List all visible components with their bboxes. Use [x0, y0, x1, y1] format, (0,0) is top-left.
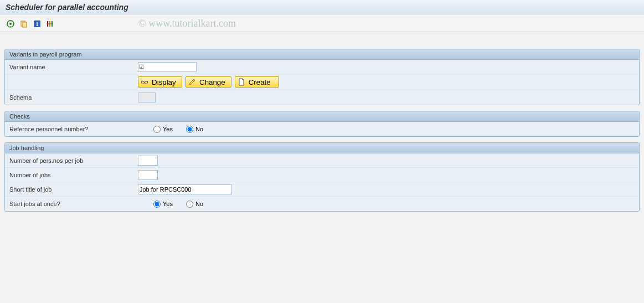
ref-personnel-yes-input[interactable]	[153, 126, 161, 133]
ref-personnel-no-label: No	[195, 126, 203, 132]
info-icon[interactable]: i	[32, 19, 42, 29]
row-variant-name: Variant name ☑	[5, 60, 639, 74]
get-variant-icon[interactable]	[19, 19, 29, 29]
svg-rect-7	[23, 22, 27, 27]
start-jobs-radio-group: Yes No	[153, 201, 203, 208]
panel-job-body: Number of pers.nos per job Number of job…	[5, 153, 639, 211]
num-jobs-input[interactable]	[138, 170, 158, 180]
change-button[interactable]: Change	[186, 76, 231, 88]
svg-point-15	[145, 81, 148, 84]
create-button[interactable]: Create	[235, 76, 279, 88]
row-start-jobs: Start jobs at once? Yes No	[5, 197, 639, 211]
num-pers-input[interactable]	[138, 156, 158, 166]
start-jobs-yes-label: Yes	[163, 201, 173, 207]
start-jobs-yes[interactable]: Yes	[153, 201, 173, 208]
panel-checks: Checks Refernce personnel number? Yes No	[4, 111, 640, 137]
panel-job-header: Job handling	[5, 143, 639, 153]
variant-button-row: Display Change Create	[5, 74, 639, 90]
schema-label: Schema	[9, 94, 138, 101]
num-jobs-label: Number of jobs	[9, 172, 138, 178]
variant-name-label: Variant name	[9, 64, 138, 70]
num-pers-label: Number of pers.nos per job	[9, 157, 138, 164]
row-short-title: Short title of job	[5, 182, 639, 197]
svg-point-14	[142, 81, 145, 84]
page-icon	[238, 78, 245, 86]
content-area: Variants in payroll program Variant name…	[0, 32, 644, 222]
start-jobs-yes-input[interactable]	[153, 201, 161, 208]
variant-attributes-icon[interactable]	[45, 19, 55, 29]
display-button[interactable]: Display	[138, 76, 182, 88]
ref-personnel-no[interactable]: No	[186, 126, 203, 133]
watermark: © www.tutorialkart.com	[138, 18, 236, 29]
panel-checks-header: Checks	[5, 111, 639, 122]
svg-point-1	[9, 23, 12, 25]
short-title-input[interactable]	[138, 184, 232, 194]
start-jobs-no-input[interactable]	[186, 201, 193, 208]
row-ref-personnel: Refernce personnel number? Yes No	[5, 122, 639, 136]
display-button-label: Display	[152, 78, 176, 86]
row-num-jobs: Number of jobs	[5, 168, 639, 182]
row-schema: Schema	[5, 90, 639, 105]
create-button-label: Create	[249, 78, 271, 86]
panel-variants: Variants in payroll program Variant name…	[4, 49, 640, 105]
svg-line-18	[147, 81, 148, 82]
panel-variants-header: Variants in payroll program	[5, 49, 639, 60]
panel-variants-body: Variant name ☑ Display	[5, 60, 639, 105]
start-jobs-no-label: No	[195, 201, 203, 207]
ref-personnel-label: Refernce personnel number?	[9, 126, 138, 132]
pencil-icon	[188, 78, 196, 86]
short-title-label: Short title of job	[9, 186, 138, 193]
page-title: Scheduler for parallel accounting	[6, 3, 128, 12]
row-num-pers: Number of pers.nos per job	[5, 153, 639, 168]
panel-checks-body: Refernce personnel number? Yes No	[5, 122, 639, 136]
title-bar: Scheduler for parallel accounting	[0, 0, 644, 14]
ref-personnel-yes-label: Yes	[163, 126, 173, 132]
ref-personnel-no-input[interactable]	[186, 126, 193, 133]
ref-personnel-radio-group: Yes No	[153, 126, 203, 133]
toolbar: i © www.tutorialkart.com	[0, 14, 644, 32]
start-jobs-label: Start jobs at once?	[9, 201, 138, 207]
glasses-icon	[141, 78, 148, 86]
schema-input	[138, 93, 156, 102]
panel-job: Job handling Number of pers.nos per job …	[4, 142, 640, 212]
variant-name-input[interactable]	[138, 62, 197, 72]
change-button-label: Change	[199, 78, 225, 86]
ref-personnel-yes[interactable]: Yes	[153, 126, 173, 133]
execute-icon[interactable]	[6, 19, 16, 29]
svg-text:i: i	[36, 20, 38, 27]
start-jobs-no[interactable]: No	[186, 201, 203, 208]
svg-line-17	[142, 81, 142, 82]
